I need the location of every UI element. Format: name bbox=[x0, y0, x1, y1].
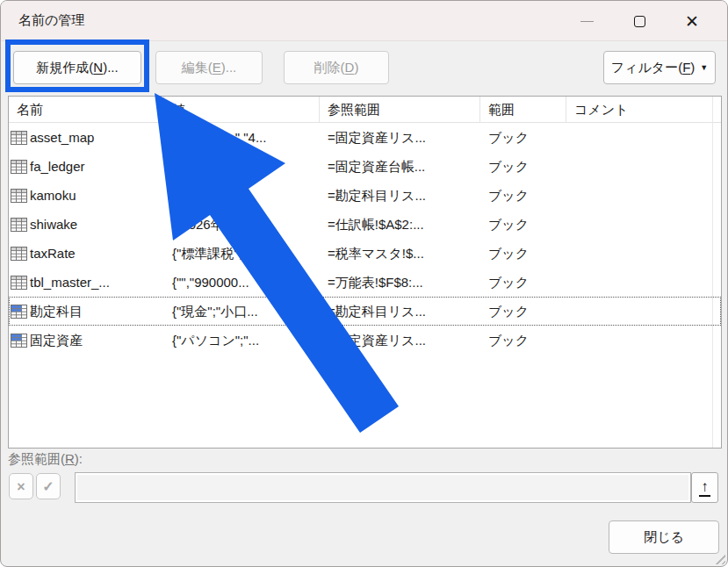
named-range-icon bbox=[11, 305, 27, 319]
minimize-button[interactable] bbox=[560, 4, 613, 38]
names-list: 名前値参照範囲範囲コメント asset_map{"パソコン","4...=固定資… bbox=[8, 96, 722, 449]
refers-to-input[interactable] bbox=[75, 472, 691, 503]
resize-grip[interactable] bbox=[713, 552, 725, 564]
refers-to-cell: =税率マスタ!$... bbox=[320, 239, 480, 268]
window-controls: ✕ bbox=[560, 4, 718, 38]
scope-cell: ブック bbox=[480, 181, 566, 210]
name-cell: 勘定科目 bbox=[9, 297, 164, 326]
table-row[interactable]: taxRate{"標準課税","2...=税率マスタ!$...ブック bbox=[9, 239, 721, 268]
value-cell: {"パソコン";"... bbox=[164, 326, 320, 355]
list-rows: asset_map{"パソコン","4...=固定資産リス...ブックfa_le… bbox=[9, 123, 721, 355]
name-text: taxRate bbox=[30, 239, 76, 268]
name-manager-dialog: 名前の管理 ✕ 新規作成(N)... 編集(E)... 削除(D) フィルター(… bbox=[0, 0, 728, 567]
column-header-2[interactable]: 値 bbox=[164, 97, 320, 122]
edit-name-button[interactable]: 編集(E)... bbox=[155, 51, 263, 84]
column-header-4[interactable]: 範囲 bbox=[480, 97, 566, 122]
name-cell: 固定資産 bbox=[9, 326, 164, 355]
close-icon: ✕ bbox=[685, 13, 699, 30]
accept-reference-button[interactable]: ✓ bbox=[36, 473, 61, 499]
refers-to-cell: =勘定科目リス... bbox=[320, 297, 480, 326]
table-row[interactable]: 勘定科目{"現金";"小口...=勘定科目リス...ブック bbox=[9, 297, 721, 326]
table-row[interactable]: shiwake{"2026年4月1...=仕訳帳!$A$2:...ブック bbox=[9, 210, 721, 239]
scope-cell: ブック bbox=[480, 297, 566, 326]
column-header-1[interactable]: 名前 bbox=[9, 97, 164, 122]
name-text: tbl_master_... bbox=[30, 268, 110, 297]
name-text: asset_map bbox=[30, 123, 94, 152]
title-bar: 名前の管理 ✕ bbox=[1, 1, 727, 41]
screenshot-stage: 名前の管理 ✕ 新規作成(N)... 編集(E)... 削除(D) フィルター(… bbox=[0, 0, 728, 567]
table-icon bbox=[11, 160, 27, 174]
scope-cell: ブック bbox=[480, 123, 566, 152]
table-icon bbox=[11, 218, 27, 232]
name-text: kamoku bbox=[30, 181, 76, 210]
name-cell: kamoku bbox=[9, 181, 164, 210]
refers-to-cell: =固定資産リス... bbox=[320, 123, 480, 152]
table-icon bbox=[11, 131, 27, 145]
cancel-x-icon: × bbox=[17, 479, 25, 494]
maximize-icon bbox=[634, 16, 645, 27]
refers-to-cell: =勘定科目リス... bbox=[320, 181, 480, 210]
filter-button[interactable]: フィルター(F)▼ bbox=[603, 51, 716, 84]
value-cell: {"標準課税","2... bbox=[164, 239, 320, 268]
maximize-button[interactable] bbox=[613, 4, 666, 38]
scope-cell: ブック bbox=[480, 268, 566, 297]
refers-to-cell: =固定資産台帳... bbox=[320, 152, 480, 181]
scope-cell: ブック bbox=[480, 239, 566, 268]
table-row[interactable]: 固定資産{"パソコン";"...=固定資産リス...ブック bbox=[9, 326, 721, 355]
value-cell: {"","990000... bbox=[164, 268, 320, 297]
dropdown-arrow-icon: ▼ bbox=[700, 52, 708, 83]
table-icon bbox=[11, 276, 27, 290]
scope-cell: ブック bbox=[480, 210, 566, 239]
delete-name-button[interactable]: 削除(D) bbox=[284, 51, 389, 84]
name-text: fa_ledger bbox=[30, 152, 85, 181]
name-cell: tbl_master_... bbox=[9, 268, 164, 297]
refers-to-cell: =万能表!$F$8:... bbox=[320, 268, 480, 297]
table-row[interactable]: kamoku{"固定_資産...=勘定科目リス...ブック bbox=[9, 181, 721, 210]
name-cell: taxRate bbox=[9, 239, 164, 268]
close-dialog-button[interactable]: 閉じる bbox=[609, 520, 719, 554]
close-window-button[interactable]: ✕ bbox=[666, 4, 718, 38]
table-row[interactable]: tbl_master_...{"","990000...=万能表!$F$8:..… bbox=[9, 268, 721, 297]
checkmark-icon: ✓ bbox=[42, 479, 54, 494]
table-row[interactable]: asset_map{"パソコン","4...=固定資産リス...ブック bbox=[9, 123, 721, 152]
value-cell: {"固定_資産... bbox=[164, 181, 320, 210]
refers-to-label: 参照範囲(R): bbox=[8, 451, 83, 468]
name-cell: asset_map bbox=[9, 123, 164, 152]
refers-to-cell: =仕訳帳!$A$2:... bbox=[320, 210, 480, 239]
name-cell: fa_ledger bbox=[9, 152, 164, 181]
list-gutter-divider bbox=[712, 97, 713, 448]
named-range-icon bbox=[11, 334, 27, 348]
table-icon bbox=[11, 247, 27, 261]
name-text: 勘定科目 bbox=[30, 297, 83, 326]
refers-to-cell: =固定資産リス... bbox=[320, 326, 480, 355]
value-cell: {"現金";"小口... bbox=[164, 297, 320, 326]
collapse-dialog-button[interactable]: ↑ bbox=[691, 472, 718, 503]
cancel-reference-button[interactable]: × bbox=[9, 473, 33, 499]
minimize-icon bbox=[580, 21, 594, 22]
name-text: 固定資産 bbox=[30, 326, 83, 355]
column-header-5[interactable]: コメント bbox=[566, 97, 713, 122]
dialog-title: 名前の管理 bbox=[18, 12, 84, 29]
table-row[interactable]: fa_ledger{"パソコン","10...=固定資産台帳...ブック bbox=[9, 152, 721, 181]
value-cell: {"パソコン","4... bbox=[164, 123, 320, 152]
collapse-dialog-icon: ↑ bbox=[699, 479, 710, 497]
value-cell: {"パソコン","10... bbox=[164, 152, 320, 181]
column-header-3[interactable]: 参照範囲 bbox=[320, 97, 480, 122]
name-cell: shiwake bbox=[9, 210, 164, 239]
new-name-button[interactable]: 新規作成(N)... bbox=[13, 51, 141, 84]
list-header: 名前値参照範囲範囲コメント bbox=[9, 97, 721, 123]
value-cell: {"2026年4月1... bbox=[164, 210, 320, 239]
scope-cell: ブック bbox=[480, 326, 566, 355]
filter-button-label: フィルター(F) bbox=[611, 60, 696, 75]
scope-cell: ブック bbox=[480, 152, 566, 181]
table-icon bbox=[11, 189, 27, 203]
name-text: shiwake bbox=[30, 210, 77, 239]
